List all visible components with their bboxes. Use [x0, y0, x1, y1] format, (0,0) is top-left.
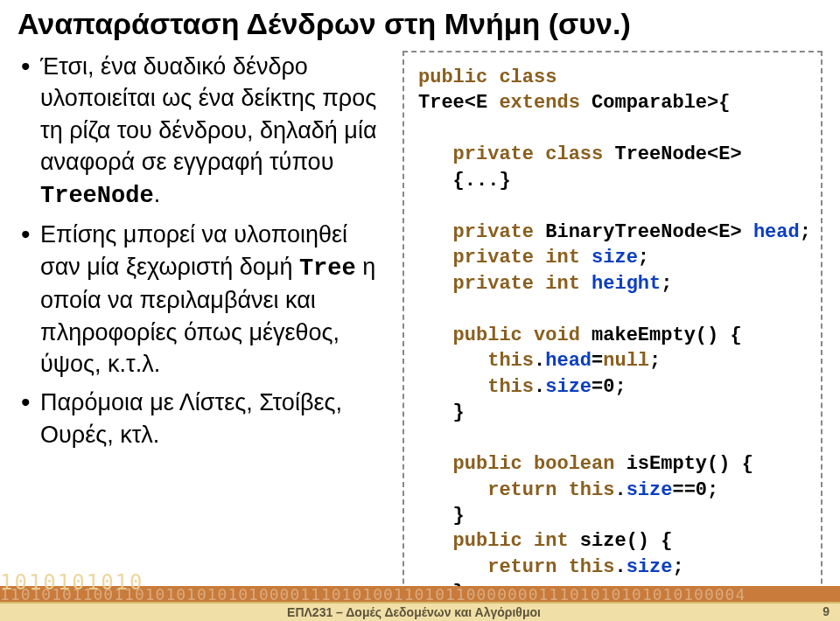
footer-course-label: ΕΠΛ231 – Δομές Δεδομένων και Αλγόριθμοι: [0, 605, 828, 619]
code-text: .: [614, 556, 626, 578]
content-area: Έτσι, ένα δυαδικό δένδρο υλοποιείται ως …: [9, 51, 831, 562]
code-kw: return this: [418, 479, 614, 501]
code-kw: public int: [418, 530, 580, 552]
code-text: ;: [672, 556, 683, 578]
code-text: ;: [661, 273, 672, 295]
code-kw: return this: [418, 556, 614, 578]
code-text: ==0;: [672, 479, 718, 501]
page-number: 9: [822, 604, 830, 618]
code-text: ;: [649, 350, 661, 372]
code-text: BinaryTreeNode<E>: [545, 221, 753, 243]
code-text: makeEmpty() {: [592, 324, 742, 346]
code-text: {...}: [418, 170, 511, 192]
code-inline: TreeNode: [40, 183, 154, 209]
code-text: size() {: [580, 530, 673, 552]
code-kw: private int: [418, 273, 592, 295]
code-text: Tree<E: [418, 92, 499, 114]
code-text: .: [534, 350, 545, 372]
code-member: head: [545, 350, 592, 372]
footer-bottom-bar: ΕΠΛ231 – Δομές Δεδομένων και Αλγόριθμοι: [0, 602, 840, 621]
code-member: size: [626, 556, 673, 578]
slide-title: Αναπαράσταση Δένδρων στη Μνήμη (συν.): [18, 7, 631, 41]
code-text: Comparable>{: [580, 92, 731, 114]
bullet-item: Επίσης μπορεί να υλοποιηθεί σαν μία ξεχω…: [18, 219, 394, 380]
bullet-item: Παρόμοια με Λίστες, Στοίβες, Ουρές, κτλ.: [18, 387, 394, 450]
bullet-text: .: [154, 181, 161, 207]
code-kw: public boolean: [418, 453, 626, 475]
left-column: Έτσι, ένα δυαδικό δένδρο υλοποιείται ως …: [9, 51, 394, 562]
code-text: }: [418, 505, 465, 527]
code-text: ;: [638, 247, 649, 269]
code-kw: this: [418, 376, 534, 398]
slide: Αναπαράσταση Δένδρων στη Μνήμη (συν.) Έτ…: [0, 0, 840, 621]
bullet-item: Έτσι, ένα δυαδικό δένδρο υλοποιείται ως …: [18, 51, 394, 212]
code-kw: private class: [418, 143, 614, 165]
code-text: .: [534, 376, 545, 398]
code-kw: null: [603, 350, 649, 372]
bullet-list: Έτσι, ένα δυαδικό δένδρο υλοποιείται ως …: [18, 51, 394, 450]
code-text: }: [418, 401, 465, 423]
code-text: .: [614, 479, 626, 501]
code-text: isEmpty() {: [626, 453, 753, 475]
code-kw: extends: [499, 92, 579, 114]
code-kw: this: [418, 350, 534, 372]
code-text: ;: [800, 221, 811, 243]
code-member: size: [545, 376, 592, 398]
code-member: size: [626, 479, 673, 501]
bullet-text: Παρόμοια με Λίστες, Στοίβες, Ουρές, κτλ.: [40, 389, 342, 447]
code-inline: Tree: [299, 255, 356, 282]
code-text: TreeNode<E>: [614, 143, 741, 165]
code-block: public class Tree<E extends Comparable>{…: [402, 51, 822, 621]
code-kw: public void: [418, 324, 592, 346]
code-kw: private: [418, 221, 545, 243]
code-member: height: [592, 273, 661, 295]
binary-decoration-large: 1010101010: [0, 570, 175, 602]
right-column: public class Tree<E extends Comparable>{…: [394, 51, 822, 562]
code-text: =0;: [592, 376, 626, 398]
code-member: size: [592, 247, 638, 269]
code-member: head: [753, 221, 800, 243]
code-text: =: [592, 350, 603, 372]
code-kw: private int: [418, 247, 592, 269]
bullet-text: Έτσι, ένα δυαδικό δένδρο υλοποιείται ως …: [40, 53, 377, 175]
footer: 1101010110011010101010101000011101010011…: [0, 586, 840, 621]
code-kw: public class: [418, 66, 556, 88]
